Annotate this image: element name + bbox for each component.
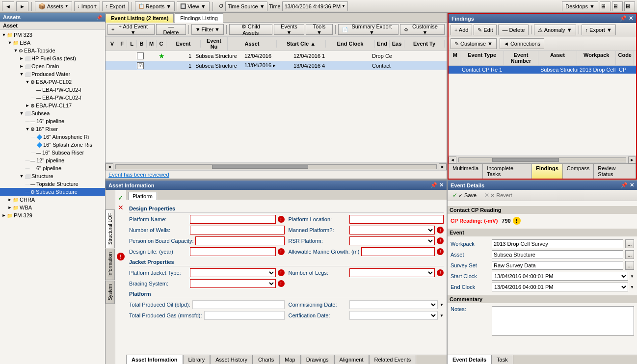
event-details-pin-icon[interactable]: 📌 bbox=[621, 182, 628, 188]
tree-item-hp-fuel-gas[interactable]: ► ⬜ HP Fuel Gas (test) bbox=[0, 54, 105, 62]
tree-item-riser-16[interactable]: ▼ ⚙ 16" Riser bbox=[0, 125, 105, 133]
tree-item-subsea-riser[interactable]: — — 16" Subsea Riser bbox=[0, 149, 105, 156]
tab-asset-information[interactable]: Asset Information bbox=[126, 355, 183, 364]
tree-item-pipeline-16[interactable]: — — 16" pipeline bbox=[0, 117, 105, 125]
side-tab-structural-lof[interactable]: Structural LOF bbox=[106, 209, 115, 248]
assets-btn[interactable]: 📦 Assets ▼ bbox=[35, 1, 72, 11]
scroll-thumb[interactable] bbox=[212, 165, 308, 169]
workpack-input[interactable] bbox=[492, 239, 623, 248]
tab-drawings[interactable]: Drawings bbox=[301, 355, 334, 364]
tree-item-splash-riser[interactable]: — 🔷 16" Splash Zone Ris bbox=[0, 141, 105, 149]
platform-name-input[interactable] bbox=[190, 215, 276, 224]
event-status-bar[interactable]: Event has been reviewed bbox=[106, 170, 447, 179]
monitor-btn3[interactable]: 🖥 bbox=[624, 1, 635, 11]
tree-item-produced-water[interactable]: ▼ ⬜ Produced Water bbox=[0, 70, 105, 78]
summary-export-btn[interactable]: 📄 Summary Export ▼ bbox=[338, 24, 398, 35]
tree-item-pipeline-6[interactable]: — — 6" pipeline bbox=[0, 164, 105, 172]
num-legs-select[interactable] bbox=[349, 268, 435, 277]
tree-item-open-drain[interactable]: ► ⬜ Open Drain bbox=[0, 62, 105, 70]
manned-platform-select[interactable] bbox=[349, 226, 435, 234]
tree-item-eba-pw-cl17[interactable]: ► ⚙ EBA-PW-CL17 bbox=[0, 102, 105, 109]
total-prod-gas-input[interactable] bbox=[204, 311, 285, 320]
forward-btn[interactable]: ► bbox=[16, 1, 28, 11]
tree-item-pm329[interactable]: ► 📁 PM 329 bbox=[0, 211, 105, 219]
save-btn[interactable]: ✓ ✓ Save bbox=[450, 191, 479, 199]
notes-textarea[interactable] bbox=[492, 306, 634, 336]
tab-event-listing[interactable]: Event Listing (2 items) bbox=[106, 13, 174, 23]
scroll-left-btn[interactable]: ◄ bbox=[106, 163, 113, 170]
person-on-board-input[interactable] bbox=[195, 236, 284, 245]
tree-item-eba-topside[interactable]: ▼ ⚙ EBA-Topside bbox=[0, 47, 105, 54]
tree-item-subsea-structure[interactable]: — ⚙ Subsea Structure bbox=[0, 188, 105, 196]
tab-related-events[interactable]: Related Events bbox=[369, 355, 417, 364]
scroll-track[interactable] bbox=[115, 164, 437, 169]
tab-findings[interactable]: Findings bbox=[532, 164, 563, 179]
import-btn[interactable]: ↓ Import bbox=[74, 1, 100, 11]
findings-delete-btn[interactable]: — Delete bbox=[498, 25, 529, 35]
num-wells-input[interactable] bbox=[190, 226, 285, 234]
delete-btn[interactable]: — Delete bbox=[156, 24, 186, 35]
start-clock-select[interactable]: 13/04/2016 04:00:01 PM bbox=[492, 272, 628, 281]
reports-btn[interactable]: 📋 Reports ▼ bbox=[135, 1, 175, 11]
tab-incomplete-tasks[interactable]: Incomplete Tasks bbox=[483, 164, 532, 179]
findings-edit-btn[interactable]: ✎ Edit bbox=[474, 25, 497, 35]
design-life-input[interactable] bbox=[190, 247, 276, 256]
findings-scroll-right[interactable]: ► bbox=[628, 156, 636, 163]
certification-select[interactable] bbox=[349, 311, 438, 320]
desktops-btn[interactable]: Desktops ▼ bbox=[562, 1, 598, 11]
tab-charts[interactable]: Charts bbox=[253, 355, 279, 364]
side-tab-system[interactable]: System bbox=[106, 281, 115, 304]
findings-scroll-thumb[interactable] bbox=[492, 158, 559, 162]
tab-event-details[interactable]: Event Details bbox=[448, 355, 492, 364]
allowable-marine-input[interactable] bbox=[361, 247, 435, 256]
platform-location-input[interactable] bbox=[349, 215, 444, 224]
tab-asset-history[interactable]: Asset History bbox=[210, 355, 253, 364]
workpack-ellipsis-btn[interactable]: ... bbox=[625, 239, 634, 248]
monitor-btn2[interactable]: 🖥 bbox=[612, 1, 623, 11]
checkbox-checked[interactable]: ☑ bbox=[137, 62, 144, 69]
tree-item-eba[interactable]: ▼ 📁 EBA bbox=[0, 39, 105, 47]
findings-customise-btn[interactable]: ✎ Customise ▼ bbox=[451, 38, 497, 49]
tree-item-pipeline-12[interactable]: — — 12" pipeline bbox=[0, 156, 105, 164]
findings-add-btn[interactable]: + Add bbox=[451, 25, 472, 35]
monitor-btn1[interactable]: 🖥 bbox=[600, 1, 610, 11]
total-prod-oil-input[interactable] bbox=[192, 300, 285, 309]
findings-scroll-track[interactable] bbox=[458, 157, 626, 162]
findings-close-icon[interactable]: ✕ bbox=[629, 15, 633, 22]
tab-compass[interactable]: Compass bbox=[563, 164, 594, 179]
tools-btn[interactable]: Tools ▼ bbox=[306, 24, 333, 35]
findings-pin-icon[interactable]: 📌 bbox=[620, 15, 627, 22]
time-source-btn[interactable]: Time Source ▼ bbox=[225, 1, 267, 11]
add-event-btn[interactable]: + + Add Event ▼ bbox=[107, 24, 155, 35]
findings-connections-btn[interactable]: ◄ Connections bbox=[500, 38, 544, 49]
event-details-close-icon[interactable]: ✕ bbox=[630, 182, 634, 188]
side-tab-information[interactable]: Information bbox=[106, 249, 115, 280]
tree-item-wba[interactable]: ► 📁 WBA bbox=[0, 204, 105, 211]
tab-platform[interactable]: Platform bbox=[128, 192, 157, 200]
findings-anomaly-btn[interactable]: ⚠ Anomaly ▼ bbox=[534, 25, 576, 35]
asset-input[interactable] bbox=[492, 250, 623, 259]
tree-item-eba-pw-cl02-b[interactable]: — — EBA-PW-CL02-f bbox=[0, 94, 105, 102]
events-btn[interactable]: Events ▼ bbox=[274, 24, 304, 35]
tab-task[interactable]: Task bbox=[492, 355, 513, 364]
x-icon[interactable]: ✕ bbox=[118, 204, 124, 211]
scroll-right-btn[interactable]: ► bbox=[439, 163, 447, 170]
asset-ellipsis-btn[interactable]: ... bbox=[625, 250, 634, 259]
bracing-system-select[interactable] bbox=[190, 279, 276, 288]
tree-item-chra[interactable]: ► 📁 CHRA bbox=[0, 196, 105, 204]
customise-btn[interactable]: ⚙ Customise ▼ bbox=[400, 24, 445, 35]
tab-alignment[interactable]: Alignment bbox=[334, 355, 369, 364]
tree-item-eba-pw-cl02-a[interactable]: — — EBA-PW-CL02-f bbox=[0, 86, 105, 94]
tree-item-subsea[interactable]: ▼ ⬜ Subsea bbox=[0, 109, 105, 117]
checkbox[interactable] bbox=[137, 52, 144, 59]
child-assets-btn[interactable]: ⚙ Child Assets bbox=[229, 24, 272, 35]
tab-findings-listing[interactable]: Findings Listing bbox=[175, 13, 223, 23]
export-btn[interactable]: ↑ Export bbox=[102, 1, 129, 11]
asset-info-pin-icon[interactable]: 📌 bbox=[430, 182, 437, 188]
back-btn[interactable]: ◄ bbox=[2, 1, 14, 11]
tab-map[interactable]: Map bbox=[279, 355, 300, 364]
rsr-platform-select[interactable] bbox=[349, 236, 435, 245]
assets-pin-icon[interactable]: 📌 bbox=[96, 15, 102, 20]
tab-multimedia[interactable]: Multimedia bbox=[449, 164, 483, 179]
jacket-type-select[interactable] bbox=[190, 268, 276, 277]
